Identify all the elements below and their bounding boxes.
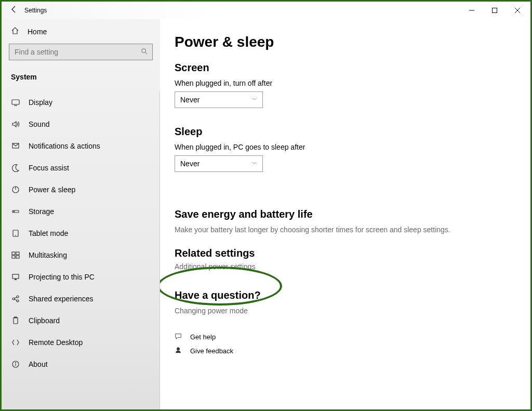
related-heading: Related settings: [175, 247, 510, 259]
nav-storage[interactable]: Storage: [2, 201, 159, 222]
nav-label: Notifications & actions: [29, 142, 100, 150]
nav-multitasking[interactable]: Multitasking: [2, 244, 159, 266]
get-help-link[interactable]: Get help: [175, 333, 510, 341]
svg-rect-18: [16, 256, 19, 258]
back-button[interactable]: [7, 5, 21, 16]
nav-label: Projecting to this PC: [29, 273, 95, 281]
energy-text: Make your battery last longer by choosin…: [175, 226, 510, 234]
sleep-heading: Sleep: [175, 126, 510, 138]
nav-label: Power & sleep: [29, 185, 75, 194]
minimize-button[interactable]: [460, 3, 483, 18]
nav-projecting[interactable]: Projecting to this PC: [2, 266, 159, 288]
screen-dropdown[interactable]: Never ﹀: [175, 91, 263, 108]
main-content: Power & sleep Screen When plugged in, tu…: [160, 19, 530, 409]
svg-line-23: [15, 297, 17, 298]
svg-point-30: [177, 348, 179, 350]
moon-icon: [11, 163, 20, 173]
give-feedback-label: Give feedback: [190, 347, 233, 355]
nav-power-sleep[interactable]: Power & sleep: [2, 179, 159, 201]
sound-icon: [11, 120, 20, 129]
nav-about[interactable]: About: [2, 353, 159, 375]
clipboard-icon: [11, 316, 20, 325]
sleep-dropdown[interactable]: Never ﹀: [175, 155, 263, 172]
svg-rect-17: [12, 256, 15, 258]
nav-list: Display Sound Notifications & actions Fo…: [2, 91, 160, 409]
svg-rect-25: [14, 317, 18, 324]
home-icon: [11, 26, 22, 36]
svg-point-4: [142, 48, 146, 52]
titlebar: Settings: [2, 2, 530, 19]
additional-power-settings-link[interactable]: Additional power settings: [175, 262, 510, 271]
svg-rect-19: [12, 274, 19, 279]
sleep-label: When plugged in, PC goes to sleep after: [175, 143, 510, 151]
chevron-down-icon: ﹀: [252, 160, 257, 167]
nav-clipboard[interactable]: Clipboard: [2, 310, 159, 332]
remote-icon: [11, 338, 20, 347]
changing-power-mode-link[interactable]: Changing power mode: [175, 307, 510, 315]
nav-notifications[interactable]: Notifications & actions: [2, 135, 159, 157]
close-button[interactable]: [506, 3, 529, 18]
nav-label: Storage: [29, 207, 54, 216]
get-help-label: Get help: [190, 333, 216, 341]
nav-label: Clipboard: [29, 316, 60, 325]
svg-rect-6: [12, 100, 19, 104]
home-link[interactable]: Home: [2, 22, 160, 41]
storage-icon: [11, 207, 20, 216]
nav-remote-desktop[interactable]: Remote Desktop: [2, 332, 159, 353]
chevron-down-icon: ﹀: [252, 96, 257, 103]
notification-icon: [11, 141, 20, 151]
power-icon: [11, 185, 20, 194]
window-controls: [460, 3, 529, 18]
home-label: Home: [28, 28, 47, 36]
nav-label: Multitasking: [29, 251, 67, 259]
share-icon: [11, 294, 20, 303]
energy-heading: Save energy and battery life: [175, 208, 510, 220]
maximize-button[interactable]: [483, 3, 506, 18]
nav-sound[interactable]: Sound: [2, 113, 159, 135]
window-title: Settings: [24, 7, 47, 14]
nav-tablet-mode[interactable]: Tablet mode: [2, 222, 159, 244]
svg-line-24: [15, 299, 17, 300]
multitask-icon: [11, 250, 20, 260]
nav-label: Sound: [29, 120, 49, 128]
projecting-icon: [11, 272, 20, 282]
nav-label: Tablet mode: [29, 229, 68, 237]
nav-focus-assist[interactable]: Focus assist: [2, 157, 159, 179]
category-heading: System: [2, 68, 160, 88]
nav-shared-experiences[interactable]: Shared experiences: [2, 288, 159, 310]
nav-display[interactable]: Display: [2, 91, 159, 113]
screen-value: Never: [180, 96, 200, 104]
nav-label: Focus assist: [29, 164, 69, 172]
nav-label: Shared experiences: [29, 295, 94, 303]
info-icon: [11, 360, 20, 369]
feedback-icon: [175, 347, 183, 355]
sleep-value: Never: [180, 160, 200, 168]
svg-point-12: [14, 211, 15, 212]
question-heading: Have a question?: [175, 289, 510, 301]
tablet-icon: [11, 229, 20, 238]
svg-rect-15: [12, 252, 15, 255]
sidebar: Home System Display Sound: [2, 19, 160, 409]
nav-label: Display: [29, 98, 52, 107]
settings-window: Settings Home System: [0, 0, 532, 411]
display-icon: [11, 98, 20, 107]
search-input[interactable]: [9, 48, 137, 56]
svg-point-29: [16, 363, 16, 363]
help-icon: [175, 333, 183, 341]
nav-label: About: [29, 360, 48, 368]
screen-heading: Screen: [175, 62, 510, 74]
svg-rect-1: [493, 8, 497, 13]
search-box[interactable]: [9, 44, 153, 60]
page-title: Power & sleep: [175, 34, 510, 50]
screen-label: When plugged in, turn off after: [175, 79, 510, 87]
nav-label: Remote Desktop: [29, 338, 83, 347]
give-feedback-link[interactable]: Give feedback: [175, 347, 510, 355]
svg-line-5: [145, 52, 148, 54]
svg-rect-16: [16, 252, 19, 255]
search-icon: [137, 48, 152, 57]
